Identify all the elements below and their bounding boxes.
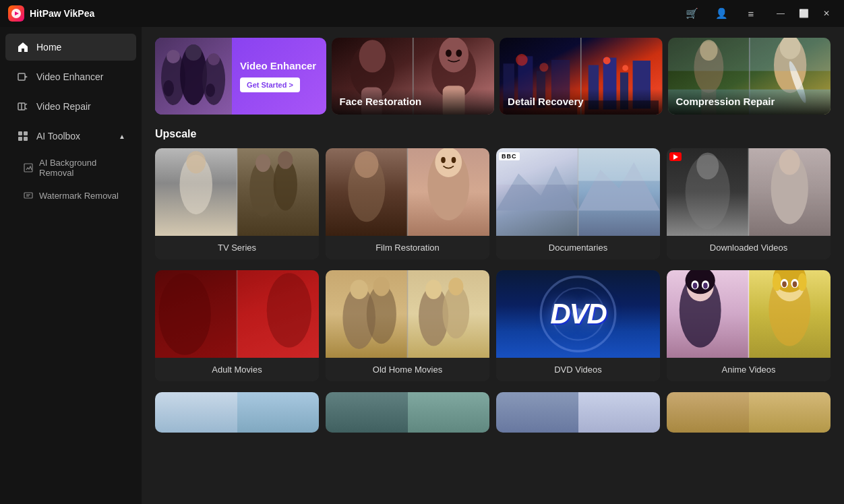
compression-repair-title: Compression Repair	[676, 96, 775, 107]
anime-videos-image	[667, 270, 831, 358]
bottom-card-1[interactable]	[155, 392, 319, 433]
hero-card-face-restoration[interactable]: Face Restoration	[332, 38, 494, 115]
svg-point-70	[355, 151, 378, 178]
svg-rect-9	[24, 137, 28, 141]
face-restoration-title: Face Restoration	[340, 96, 422, 107]
hero-card-detail-recovery[interactable]: Detail Recovery	[500, 38, 662, 115]
use-case-old-home-movies[interactable]: Old Home Movies	[326, 270, 489, 381]
svg-point-18	[167, 50, 180, 63]
sidebar-item-ai-toolbox[interactable]: AI Toolbox ▲	[5, 123, 136, 150]
svg-point-26	[359, 40, 386, 72]
use-case-documentaries[interactable]: BBC Documentaries	[496, 148, 660, 259]
svg-rect-85	[749, 148, 831, 236]
use-case-downloaded-videos[interactable]: Downloaded Videos	[667, 148, 831, 259]
compression-repair-overlay: Compression Repair	[668, 89, 831, 115]
svg-point-22	[206, 84, 215, 97]
svg-point-29	[446, 49, 452, 57]
minimize-button[interactable]: —	[771, 4, 790, 23]
bottom-card-3-image	[496, 392, 660, 433]
maximize-button[interactable]: ⬜	[794, 4, 813, 23]
svg-rect-11	[24, 193, 32, 198]
bottom-card-1-image	[155, 392, 319, 433]
svg-point-45	[603, 57, 611, 64]
svg-point-66	[255, 154, 270, 172]
video-enhancer-card-content: Video Enhancer Get Started >	[232, 38, 326, 115]
anime-videos-label: Anime Videos	[667, 358, 831, 381]
section-title-upscale: Upscale	[155, 128, 831, 140]
video-repair-icon	[16, 100, 30, 113]
sidebar-label-home: Home	[36, 42, 61, 53]
old-home-movies-image	[326, 270, 489, 358]
svg-point-114	[773, 273, 781, 291]
close-button[interactable]: ✕	[817, 4, 836, 23]
titlebar-left: HitPaw VikPea	[8, 5, 94, 22]
svg-point-72	[435, 148, 462, 177]
sidebar-label-bg-removal: AI Background Removal	[39, 158, 127, 178]
dvd-videos-image: DVD	[496, 270, 660, 358]
menu-icon[interactable]: ≡	[742, 4, 760, 23]
sidebar-item-video-repair[interactable]: Video Repair	[5, 93, 136, 120]
film-restoration-image	[326, 148, 489, 236]
get-started-button[interactable]: Get Started >	[240, 77, 300, 92]
use-case-tv-series[interactable]: TV Series	[155, 148, 319, 259]
downloaded-videos-image	[667, 148, 831, 236]
svg-point-20	[208, 53, 220, 65]
home-icon	[16, 40, 30, 54]
sidebar-label-video-repair: Video Repair	[36, 101, 91, 112]
content-area: Video Enhancer Get Started >	[142, 27, 844, 504]
use-case-adult-movies[interactable]: Adult Movies	[155, 270, 319, 381]
use-case-film-restoration[interactable]: Film Restoration	[326, 148, 489, 259]
film-restoration-label: Film Restoration	[326, 236, 489, 259]
svg-point-119	[793, 281, 797, 287]
svg-point-110	[703, 283, 708, 289]
tv-series-image	[155, 148, 319, 236]
bottom-card-2[interactable]	[326, 392, 489, 433]
detail-recovery-title: Detail Recovery	[508, 96, 584, 107]
svg-point-89	[159, 273, 211, 355]
user-icon[interactable]: 👤	[712, 4, 731, 23]
svg-point-99	[448, 278, 463, 296]
ai-toolbox-icon	[16, 129, 30, 143]
svg-point-94	[350, 280, 368, 299]
sidebar-item-bg-removal[interactable]: AI Background Removal	[13, 152, 136, 183]
bottom-card-3[interactable]	[496, 392, 660, 433]
svg-rect-79	[578, 148, 661, 181]
hero-row: Video Enhancer Get Started >	[155, 38, 831, 115]
sidebar-sub-items: AI Background Removal Watermark Removal	[8, 151, 142, 208]
svg-point-82	[696, 152, 719, 179]
documentaries-label: Documentaries	[496, 236, 660, 259]
titlebar: HitPaw VikPea 🛒 👤 ≡ — ⬜ ✕	[0, 0, 844, 27]
hero-card-video-enhancer[interactable]: Video Enhancer Get Started >	[155, 38, 326, 115]
tv-series-label: TV Series	[155, 236, 319, 259]
app-title: HitPaw VikPea	[30, 8, 94, 19]
sidebar-label-ai-toolbox: AI Toolbox	[36, 131, 80, 141]
sidebar-item-video-enhancer[interactable]: Video Enhancer	[5, 63, 136, 90]
svg-rect-2	[18, 73, 25, 80]
bottom-card-4-image	[667, 392, 831, 433]
window-controls: — ⬜ ✕	[771, 4, 836, 23]
svg-point-67	[278, 151, 293, 169]
sidebar-item-home[interactable]: Home	[5, 34, 136, 61]
adult-movies-label: Adult Movies	[155, 358, 319, 381]
hero-card-compression-repair[interactable]: Compression Repair	[668, 38, 831, 115]
bbc-logo: BBC	[499, 152, 520, 160]
bottom-card-4[interactable]	[667, 392, 831, 433]
use-case-grid-row1: TV Series	[155, 148, 831, 259]
svg-rect-59	[668, 38, 750, 71]
sidebar: Home Video Enhancer Video Repair AI Tool…	[0, 27, 142, 504]
downloaded-videos-label: Downloaded Videos	[667, 236, 831, 259]
sidebar-item-watermark[interactable]: Watermark Removal	[13, 185, 136, 206]
video-enhancer-title: Video Enhancer	[240, 60, 318, 72]
dvd-text: DVD	[550, 298, 606, 330]
sidebar-label-video-enhancer: Video Enhancer	[36, 71, 103, 82]
cart-icon[interactable]: 🛒	[682, 4, 701, 23]
svg-point-28	[439, 38, 469, 73]
svg-point-73	[441, 157, 446, 163]
bg-removal-icon	[23, 162, 34, 173]
sidebar-label-watermark: Watermark Removal	[39, 191, 119, 201]
adult-movies-image	[155, 270, 319, 358]
use-case-anime-videos[interactable]: Anime Videos	[667, 270, 831, 381]
svg-point-74	[452, 157, 456, 163]
dvd-videos-label: DVD Videos	[496, 358, 660, 381]
use-case-dvd-videos[interactable]: DVD DVD Videos	[496, 270, 660, 381]
